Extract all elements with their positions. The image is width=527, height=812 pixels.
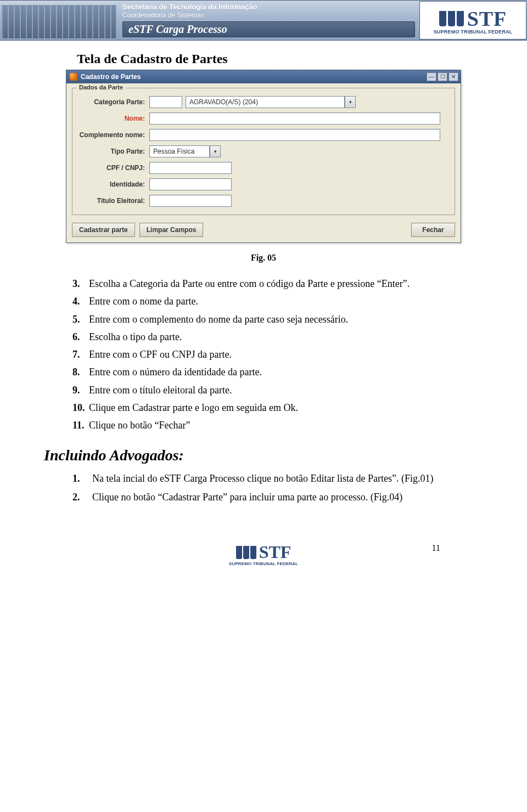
identidade-input[interactable]: [149, 178, 232, 190]
label-identidade: Identidade:: [78, 181, 149, 188]
page-number: 11: [432, 543, 440, 553]
close-button[interactable]: ✕: [448, 72, 458, 81]
list-num: 5.: [72, 313, 89, 326]
stf-bars-icon: [236, 546, 256, 559]
label-nome: Nome:: [78, 115, 149, 122]
fieldset-legend: Dados da Parte: [77, 84, 125, 91]
stf-logo-block: STF SUPREMO TRIBUNAL FEDERAL: [419, 1, 526, 40]
list-num: 1.: [72, 472, 92, 485]
label-cpf: CPF / CNPJ:: [78, 164, 149, 172]
list-num: 4.: [72, 295, 89, 308]
list-item: Entre com o CPF ou CNPJ da parte.: [89, 348, 467, 361]
categoria-code-input[interactable]: [149, 96, 182, 108]
stf-logo: STF: [236, 542, 291, 562]
list-num: 9.: [72, 384, 89, 397]
figure-caption: Fig. 05: [44, 253, 483, 263]
list-item: Clique em Cadastrar parte e logo em segu…: [89, 401, 467, 414]
banner-title: eSTF Carga Processo: [122, 21, 415, 37]
nome-input[interactable]: [149, 112, 440, 125]
list-num: 8.: [72, 365, 89, 379]
list-item: Escolha o tipo da parte.: [89, 330, 467, 343]
complemento-input[interactable]: [149, 129, 440, 141]
cpf-input[interactable]: [149, 162, 232, 174]
banner-line1: Secretaria de Tecnologia da Informação: [122, 3, 415, 11]
minimize-button[interactable]: —: [427, 72, 436, 81]
instructions-list: 3.Escolha a Categoria da Parte ou entre …: [72, 277, 467, 432]
list-item: Entre com o complemento do nome da parte…: [89, 313, 467, 326]
list-item: Clique no botão “Cadastrar Parte” para i…: [92, 490, 461, 504]
categoria-select[interactable]: AGRAVADO(A/S) (204) ▾: [186, 96, 356, 108]
banner-text: Secretaria de Tecnologia da Informação C…: [118, 1, 419, 40]
page-title: Tela de Cadastro de Partes: [77, 52, 483, 66]
list-item: Entre com o número da identidade da part…: [89, 365, 467, 379]
limpar-campos-button[interactable]: Limpar Campos: [139, 223, 204, 237]
banner-image: [0, 1, 118, 40]
banner-line2: Coordenadoria de Sistemas: [122, 12, 415, 19]
maximize-button[interactable]: ☐: [438, 72, 447, 81]
chevron-down-icon[interactable]: ▾: [210, 145, 221, 157]
top-banner: Secretaria de Tecnologia da Informação C…: [0, 0, 527, 41]
fechar-button[interactable]: Fechar: [411, 223, 455, 237]
tipo-select[interactable]: Pessoa Física ▾: [149, 145, 221, 157]
window-titlebar: Cadastro de Partes — ☐ ✕: [66, 70, 461, 83]
list-num: 11.: [72, 419, 89, 432]
list-item: Entre com o título eleitoral da parte.: [89, 384, 467, 397]
cadastrar-parte-button[interactable]: Cadastrar parte: [72, 223, 135, 237]
section-heading: Incluindo Advogados:: [44, 447, 483, 464]
list-item: Escolha a Categoria da Parte ou entre co…: [89, 277, 467, 290]
list-num: 7.: [72, 348, 89, 361]
list-num: 2.: [72, 490, 92, 504]
label-categoria: Categoria Parte:: [78, 98, 149, 106]
stf-logo-text: STF: [467, 7, 507, 31]
cadastro-window: Cadastro de Partes — ☐ ✕ Dados da Parte …: [66, 70, 461, 243]
categoria-select-value: AGRAVADO(A/S) (204): [186, 96, 345, 108]
label-tipo: Tipo Parte:: [78, 148, 149, 155]
label-titulo-eleitoral: Título Eleitoral:: [78, 197, 149, 205]
dados-da-parte-fieldset: Dados da Parte Categoria Parte: AGRAVADO…: [72, 88, 455, 215]
list-num: 10.: [72, 401, 89, 414]
list-num: 3.: [72, 277, 89, 290]
building-image: [1, 5, 116, 39]
stf-logo-text: STF: [259, 542, 291, 562]
chevron-down-icon[interactable]: ▾: [345, 96, 356, 108]
stf-bars-icon: [439, 11, 464, 26]
instructions-list-b: 1.Na tela incial do eSTF Carga Processo …: [72, 472, 461, 504]
stf-logo-subtitle: SUPREMO TRIBUNAL FEDERAL: [229, 561, 298, 566]
list-item: Entre com o nome da parte.: [89, 295, 467, 308]
page-footer: STF SUPREMO TRIBUNAL FEDERAL 11: [44, 542, 483, 566]
label-complemento: Complemento nome:: [78, 131, 149, 139]
list-num: 6.: [72, 330, 89, 343]
stf-logo-subtitle: SUPREMO TRIBUNAL FEDERAL: [434, 29, 513, 35]
stf-logo: STF: [439, 7, 507, 31]
titulo-eleitoral-input[interactable]: [149, 195, 232, 207]
tipo-select-value: Pessoa Física: [149, 145, 210, 157]
list-item: Na tela incial do eSTF Carga Processo cl…: [92, 472, 461, 485]
java-cup-icon: [70, 73, 77, 81]
window-title: Cadastro de Partes: [81, 73, 423, 81]
list-item: Clique no botão “Fechar”: [89, 419, 467, 432]
